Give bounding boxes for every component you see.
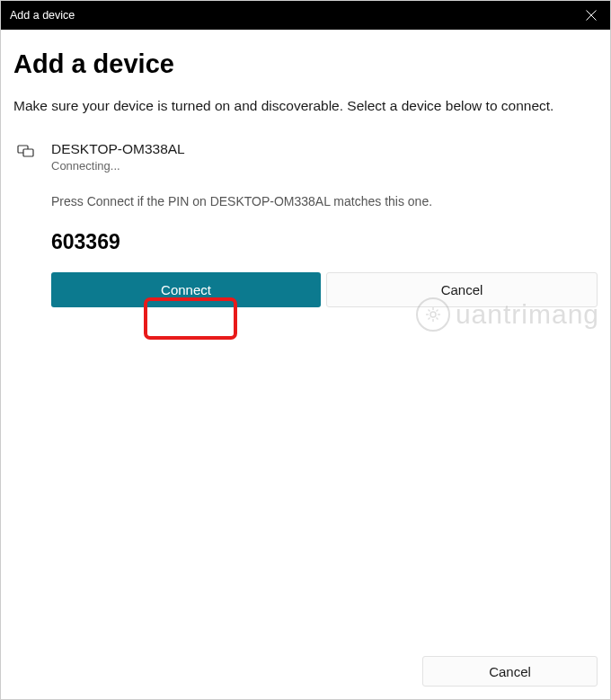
- dialog-footer: Cancel: [422, 656, 598, 687]
- titlebar-title: Add a device: [10, 9, 572, 22]
- device-status: Connecting...: [51, 159, 598, 173]
- svg-point-4: [430, 312, 436, 317]
- close-button[interactable]: [572, 1, 610, 30]
- close-icon: [586, 10, 597, 21]
- page-subheading: Make sure your device is turned on and d…: [13, 95, 598, 116]
- device-info: DESKTOP-OM338AL Connecting... Press Conn…: [51, 141, 598, 307]
- pin-code: 603369: [51, 230, 598, 254]
- pin-instruction: Press Connect if the PIN on DESKTOP-OM33…: [51, 194, 598, 208]
- button-row: Connect Cancel: [51, 272, 598, 307]
- cancel-button[interactable]: Cancel: [326, 272, 598, 307]
- device-item[interactable]: DESKTOP-OM338AL Connecting... Press Conn…: [13, 141, 598, 307]
- footer-cancel-button[interactable]: Cancel: [422, 656, 598, 687]
- svg-rect-3: [23, 149, 33, 156]
- page-title: Add a device: [13, 49, 598, 79]
- svg-line-12: [436, 310, 438, 312]
- svg-line-9: [428, 310, 429, 312]
- titlebar: Add a device: [1, 1, 610, 30]
- svg-line-10: [436, 318, 438, 320]
- dialog-content: Add a device Make sure your device is tu…: [1, 30, 610, 307]
- device-icon: [17, 143, 35, 161]
- connect-button[interactable]: Connect: [51, 272, 321, 307]
- device-name: DESKTOP-OM338AL: [51, 141, 598, 157]
- svg-line-11: [428, 318, 429, 320]
